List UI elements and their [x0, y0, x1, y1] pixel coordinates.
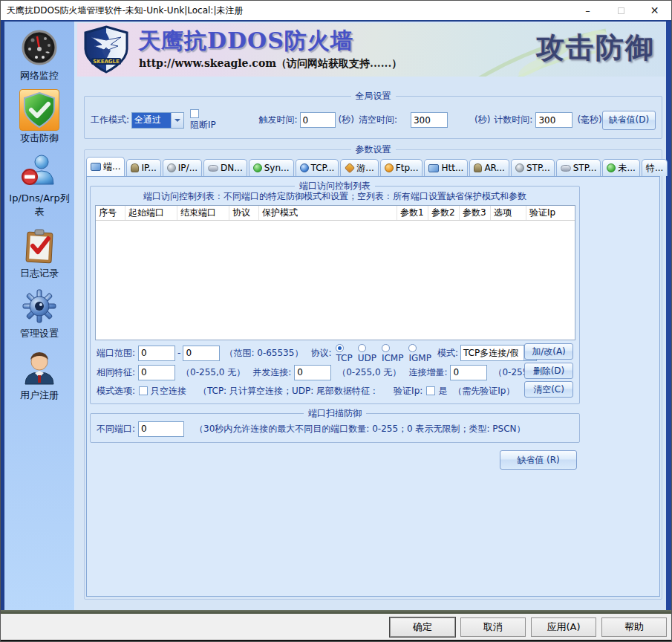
increment-label: 连接增量:	[408, 366, 447, 379]
port-scan-group: 端口扫描防御 不同端口: （30秒内允许连接的最大不同目的端口数量: 0-255…	[90, 413, 580, 443]
tab-port[interactable]: 端...	[86, 157, 125, 176]
radio-icon	[408, 344, 417, 352]
trigger-time-label: 触发时间:	[258, 114, 297, 126]
tab-stp1[interactable]: STP...	[511, 159, 555, 176]
protocol-radio-udp[interactable]: UDP	[358, 343, 376, 363]
work-mode-combobox[interactable]: 全通过	[131, 112, 184, 129]
group-legend: 端口扫描防御	[304, 408, 366, 418]
col-param2[interactable]: 参数2	[428, 206, 460, 220]
globe-icon	[167, 163, 176, 172]
tab-tcp[interactable]: TCP...	[296, 159, 339, 176]
col-param1[interactable]: 参数1	[397, 206, 428, 220]
protocol-radio-tcp[interactable]: TCP	[336, 343, 352, 363]
cancel-button[interactable]: 取消	[460, 617, 526, 637]
tab-ip-slash[interactable]: IP/...	[163, 159, 202, 176]
tab-syn[interactable]: Syn...	[249, 159, 294, 176]
col-param3[interactable]: 参数3	[460, 206, 491, 220]
shield-check-icon	[19, 89, 59, 131]
help-button[interactable]: 帮助	[601, 617, 667, 637]
tab-dns[interactable]: DN...	[203, 159, 247, 176]
maximize-button[interactable]	[604, 1, 638, 20]
sidebar-item-ip-dns-arp-list[interactable]: Ip/Dns/Arp列表	[4, 152, 74, 218]
port-from-input[interactable]	[138, 346, 175, 361]
increment-input[interactable]	[450, 365, 487, 380]
tab-strip: 端... IP... IP/... DN... Syn... TCP... 游.…	[86, 157, 660, 176]
verify-ip-label: 验证Ip:	[394, 385, 423, 398]
work-mode-value: 全通过	[132, 113, 171, 128]
delete-button[interactable]: 删除(D)	[524, 363, 573, 379]
cloud-icon	[561, 165, 571, 172]
tab-special[interactable]: 特...	[642, 159, 668, 176]
minimize-button[interactable]: –	[571, 1, 604, 20]
col-end-port[interactable]: 结束端口	[177, 206, 229, 220]
block-ip-checkbox[interactable]: 阻断IP	[190, 108, 223, 132]
diff-port-input[interactable]	[138, 421, 184, 437]
table-header-row: 序号 起始端口 结束端口 协议 保护模式 参数1 参数2 参数3 选项 验证Ip	[96, 206, 575, 221]
maximize-icon	[618, 7, 624, 14]
tab-http[interactable]: Htt...	[424, 159, 468, 176]
banner: SKEAGLE 天鹰抗DDOS防火墙 http://www.skeagle.co…	[77, 23, 665, 77]
count-time-label: 计数时间:	[494, 114, 532, 126]
sidebar-item-label: 用户注册	[4, 389, 74, 402]
protocol-radio-igmp[interactable]: IGMP	[408, 343, 431, 363]
verify-ip-checkbox[interactable]: 是	[426, 385, 447, 398]
empty-conn-checkbox[interactable]: 只空连接	[139, 385, 186, 398]
table-body-empty[interactable]	[96, 221, 575, 340]
clear-time-label: 清空时间:	[359, 114, 397, 126]
col-index[interactable]: 序号	[96, 206, 125, 220]
cloud-icon	[208, 165, 218, 172]
tab-stp2[interactable]: STP...	[556, 159, 601, 176]
chevron-down-icon[interactable]	[171, 113, 183, 128]
ok-button[interactable]: 确定	[390, 617, 455, 637]
monitor-icon	[428, 164, 439, 172]
same-feature-input[interactable]	[138, 365, 175, 380]
concurrent-input[interactable]	[294, 365, 331, 380]
mode-value: TCP多连接/假	[461, 346, 523, 360]
mode-options-label: 模式选项:	[97, 385, 135, 398]
global-default-button[interactable]: 缺省值(D)	[602, 111, 656, 130]
apply-button[interactable]: 应用(A)	[531, 617, 596, 637]
checkbox-icon	[426, 386, 435, 395]
tab-unknown[interactable]: 未...	[602, 159, 639, 176]
skeagle-logo: SKEAGLE	[82, 25, 130, 77]
tab-game[interactable]: 游...	[340, 159, 378, 176]
add-modify-button[interactable]: 加/改(A)	[524, 343, 573, 360]
trigger-time-input[interactable]	[300, 112, 336, 128]
banner-subtitle: http://www.skeagle.com（访问网站获取支持......）	[139, 57, 402, 71]
mode-label: 模式:	[437, 347, 458, 360]
sidebar-item-log[interactable]: 日志记录	[4, 225, 74, 280]
clear-time-input[interactable]	[411, 112, 448, 128]
sidebar-item-label: 日志记录	[4, 267, 74, 280]
sync-icon	[607, 163, 616, 172]
sidebar-item-label: Ip/Dns/Arp列表	[4, 192, 74, 218]
port-to-input[interactable]	[183, 346, 220, 361]
tab-ftp[interactable]: Ftp...	[380, 159, 423, 176]
sidebar-item-attack-defense[interactable]: 攻击防御	[4, 89, 74, 145]
dialog-button-bar: 确定 取消 应用(A) 帮助	[1, 614, 671, 641]
sidebar-item-network-monitor[interactable]: 网络监控	[4, 27, 74, 82]
close-button[interactable]: ✕	[638, 1, 671, 20]
banner-watermark: 攻击防御	[536, 29, 655, 67]
person-icon	[131, 163, 139, 172]
col-protocol[interactable]: 协议	[229, 206, 259, 220]
clipboard-check-icon	[21, 225, 58, 265]
radio-icon	[336, 344, 344, 352]
sidebar-item-settings[interactable]: 管理设置	[4, 287, 74, 340]
col-start-port[interactable]: 起始端口	[125, 206, 177, 220]
sync-icon	[253, 163, 262, 172]
globe-icon	[515, 163, 524, 172]
col-protect-mode[interactable]: 保护模式	[259, 206, 397, 220]
tab-default-button[interactable]: 缺省值 (R)	[500, 450, 577, 470]
col-verify-ip[interactable]: 验证Ip	[526, 206, 575, 220]
tab-ip[interactable]: IP...	[126, 159, 160, 176]
sidebar-item-register[interactable]: 用户注册	[4, 347, 74, 402]
gauge-icon	[19, 27, 59, 68]
port-tab-page: 端口访问控制列表 端口访问控制列表：不同端口的特定防御模式和设置；空列表：所有端…	[86, 176, 660, 597]
clear-button[interactable]: 清空(C)	[524, 381, 573, 398]
ftp-ball-icon	[385, 163, 394, 172]
tab-arp[interactable]: AR...	[469, 159, 509, 176]
count-time-input[interactable]	[535, 112, 572, 128]
port-acl-table: 序号 起始端口 结束端口 协议 保护模式 参数1 参数2 参数3 选项 验证Ip	[95, 205, 575, 340]
protocol-radio-icmp[interactable]: ICMP	[382, 343, 404, 363]
col-options[interactable]: 选项	[491, 206, 526, 220]
